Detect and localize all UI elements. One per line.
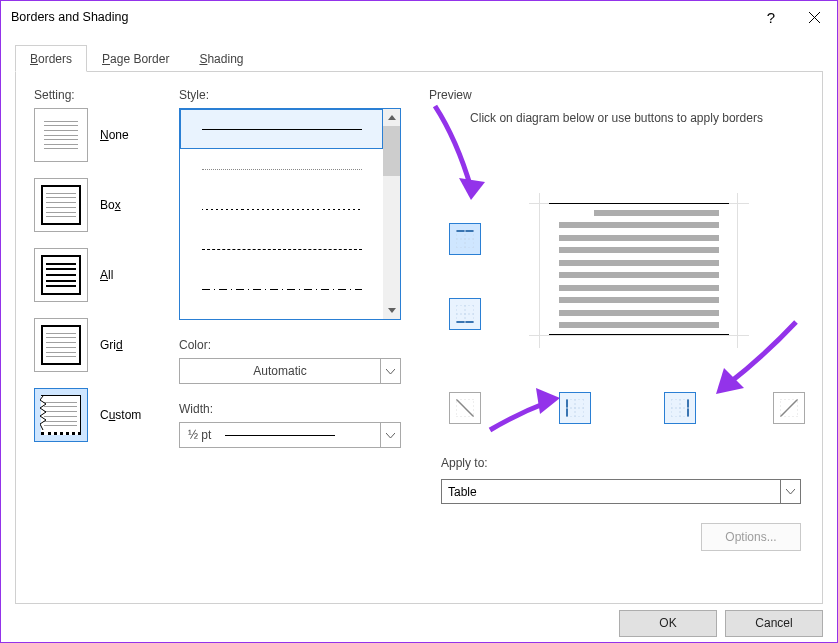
setting-all-icon	[34, 248, 88, 302]
options-button: Options...	[701, 523, 801, 551]
tab-panel: Setting: None Box	[15, 72, 823, 604]
cancel-button[interactable]: Cancel	[725, 610, 823, 637]
setting-custom[interactable]: Custom	[34, 388, 179, 442]
style-dashed-fine[interactable]	[180, 189, 383, 229]
setting-grid-icon	[34, 318, 88, 372]
setting-box[interactable]: Box	[34, 178, 179, 232]
color-label: Color:	[179, 338, 429, 352]
width-label: Width:	[179, 402, 429, 416]
preview-instructions: Click on diagram below or use buttons to…	[469, 110, 764, 127]
chevron-down-icon	[380, 359, 400, 383]
preview-diagram[interactable]	[549, 203, 729, 335]
chevron-down-icon	[780, 480, 800, 503]
setting-custom-label: Custom	[100, 408, 141, 422]
width-value: ½ pt	[180, 428, 380, 442]
setting-all-label: All	[100, 268, 113, 282]
setting-custom-icon	[34, 388, 88, 442]
scrollbar-thumb[interactable]	[383, 126, 400, 176]
scroll-down-icon[interactable]	[383, 302, 400, 319]
border-diag-up-button[interactable]	[773, 392, 805, 424]
apply-to-value: Table	[442, 485, 780, 499]
border-diag-down-icon	[456, 399, 474, 417]
style-dotted-fine[interactable]	[180, 149, 383, 189]
border-diag-down-button[interactable]	[449, 392, 481, 424]
width-dropdown[interactable]: ½ pt	[179, 422, 401, 448]
scrollbar-track[interactable]	[383, 176, 400, 302]
border-left-button[interactable]	[559, 392, 591, 424]
color-dropdown[interactable]: Automatic	[179, 358, 401, 384]
style-dashed[interactable]	[180, 229, 383, 269]
style-scrollbar[interactable]	[383, 109, 400, 319]
border-right-icon	[671, 399, 689, 417]
border-top-button[interactable]	[449, 223, 481, 255]
style-label: Style:	[179, 88, 429, 102]
setting-none-icon	[34, 108, 88, 162]
setting-none-label: None	[100, 128, 129, 142]
border-bottom-icon	[456, 305, 474, 323]
ok-button[interactable]: OK	[619, 610, 717, 637]
apply-to-label: Apply to:	[441, 456, 488, 470]
setting-none[interactable]: None	[34, 108, 179, 162]
help-button[interactable]: ?	[751, 1, 791, 33]
chevron-down-icon	[380, 423, 400, 447]
tab-page-border[interactable]: Page Border	[87, 45, 184, 72]
setting-box-label: Box	[100, 198, 121, 212]
close-button[interactable]	[791, 1, 837, 33]
close-icon	[809, 12, 820, 23]
style-dash-dot[interactable]	[180, 269, 383, 309]
apply-to-dropdown[interactable]: Table	[441, 479, 801, 504]
preview-label: Preview	[429, 88, 804, 102]
titlebar: Borders and Shading ?	[1, 1, 837, 33]
setting-grid[interactable]: Grid	[34, 318, 179, 372]
window-title: Borders and Shading	[11, 10, 751, 24]
border-top-icon	[456, 230, 474, 248]
tab-shading[interactable]: Shading	[184, 45, 258, 72]
border-diag-up-icon	[780, 399, 798, 417]
setting-label: Setting:	[34, 88, 179, 102]
borders-shading-dialog: Borders and Shading ? Borders Page Borde…	[0, 0, 838, 643]
border-left-icon	[566, 399, 584, 417]
color-value: Automatic	[180, 364, 380, 378]
style-items	[180, 109, 383, 319]
setting-column: Setting: None Box	[34, 88, 179, 587]
style-listbox[interactable]	[179, 108, 401, 320]
scroll-up-icon[interactable]	[383, 109, 400, 126]
client-area: Borders Page Border Shading Setting: Non…	[1, 33, 837, 604]
setting-box-icon	[34, 178, 88, 232]
border-bottom-button[interactable]	[449, 298, 481, 330]
style-solid[interactable]	[180, 109, 383, 149]
border-right-button[interactable]	[664, 392, 696, 424]
tab-bar: Borders Page Border Shading	[15, 45, 823, 72]
setting-all[interactable]: All	[34, 248, 179, 302]
style-column: Style:	[179, 88, 429, 587]
preview-column: Preview Click on diagram below or use bu…	[429, 88, 804, 587]
dialog-footer: OK Cancel	[1, 604, 837, 642]
tab-borders[interactable]: Borders	[15, 45, 87, 72]
setting-grid-label: Grid	[100, 338, 123, 352]
